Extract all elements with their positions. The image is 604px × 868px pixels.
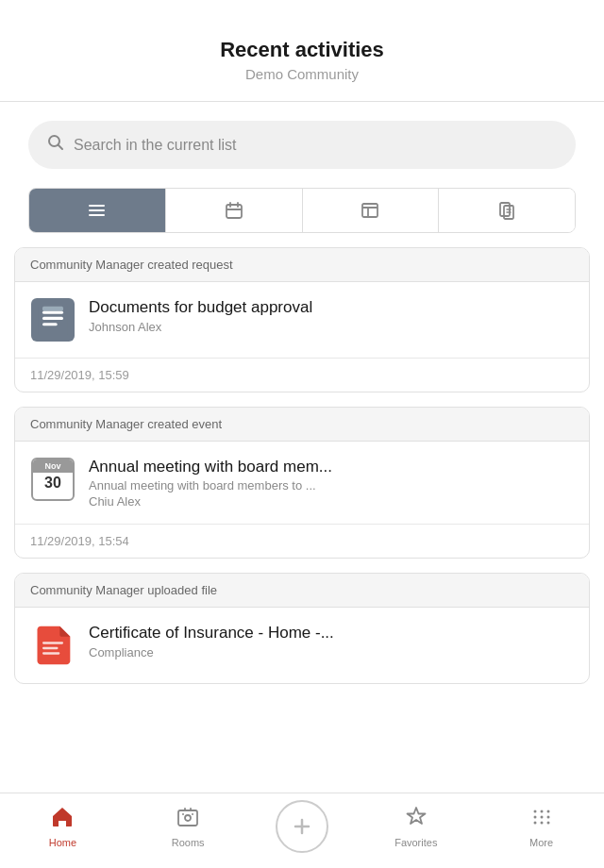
event-day: 30 [44,473,61,493]
tab-calendar[interactable] [166,189,303,232]
svg-rect-13 [42,307,63,311]
search-placeholder: Search in the current list [74,137,237,154]
svg-point-19 [182,813,184,815]
activity-info: Documents for budget approval Johnson Al… [89,297,574,334]
search-icon [47,134,64,156]
page-header: Recent activities Demo Community [0,0,604,102]
svg-point-4 [89,214,91,216]
nav-add-button[interactable] [276,800,328,853]
nav-item-favorites[interactable]: Favorites [378,805,454,848]
event-month: Nov [33,459,73,473]
svg-rect-15 [42,647,59,649]
activity-card[interactable]: Community Manager created event Nov 30 A… [14,407,590,559]
nav-item-more[interactable]: More [504,805,579,848]
svg-line-1 [59,145,63,150]
page-subtitle: Demo Community [19,66,585,82]
activity-card[interactable]: Community Manager created request Docume… [14,247,590,392]
svg-point-25 [540,815,543,818]
tab-board[interactable] [303,189,440,232]
activity-info: Annual meeting with board mem... Annual … [89,457,574,509]
activity-card-body: Documents for budget approval Johnson Al… [15,282,589,358]
activity-title: Certificate of Insurance - Home -... [89,623,574,643]
activity-card-header: Community Manager created event [15,408,589,442]
view-tabs [28,188,576,233]
nav-item-rooms[interactable]: Rooms [150,805,226,848]
tab-files[interactable] [439,189,575,232]
activity-description: Compliance [89,645,574,659]
activity-card-header: Community Manager created request [15,248,589,282]
nav-label-more: More [529,837,553,848]
svg-point-2 [89,205,91,207]
svg-rect-16 [42,652,59,654]
activity-description: Annual meeting with board members to ... [89,478,574,492]
more-icon [529,805,554,833]
search-container: Search in the current list [0,102,604,188]
rooms-icon [176,805,200,833]
svg-point-28 [540,821,543,824]
activity-card[interactable]: Community Manager uploaded file Certific… [14,573,590,684]
svg-rect-14 [42,642,63,643]
svg-point-29 [546,821,549,824]
activity-timestamp: 11/29/2019, 15:59 [15,358,589,392]
svg-point-23 [546,810,549,812]
search-bar[interactable]: Search in the current list [28,121,576,169]
svg-rect-12 [42,323,58,326]
svg-rect-11 [42,317,63,320]
svg-point-22 [540,810,543,812]
svg-point-20 [192,813,193,815]
activity-author: Chiu Alex [89,494,574,509]
svg-rect-6 [362,204,378,217]
activity-icon-file [30,623,76,668]
svg-point-21 [533,810,536,812]
favorites-icon [404,805,428,833]
svg-point-27 [533,821,536,824]
activity-title: Documents for budget approval [89,297,574,318]
activity-card-body: Nov 30 Annual meeting with board mem... … [15,442,589,524]
tab-list[interactable] [29,189,166,232]
activity-card-header: Community Manager uploaded file [15,574,589,608]
activity-title: Annual meeting with board mem... [89,457,574,477]
svg-point-24 [533,815,536,818]
bottom-nav: Home Rooms Favorites [0,793,604,868]
svg-point-26 [546,815,549,818]
nav-label-home: Home [49,837,76,848]
nav-label-favorites: Favorites [394,837,437,848]
svg-rect-17 [178,810,197,826]
activity-list: Community Manager created request Docume… [0,247,604,793]
svg-point-3 [89,209,91,211]
svg-rect-10 [42,311,63,314]
svg-rect-5 [226,205,242,218]
svg-point-18 [185,815,191,821]
activity-card-body: Certificate of Insurance - Home -... Com… [15,608,589,683]
home-icon [50,805,75,833]
activity-icon-event: Nov 30 [30,457,76,502]
activity-author: Johnson Alex [89,320,574,334]
activity-info: Certificate of Insurance - Home -... Com… [89,623,574,659]
page-title: Recent activities [19,38,585,62]
activity-icon-document [30,297,76,342]
nav-item-home[interactable]: Home [25,805,100,848]
nav-label-rooms: Rooms [172,837,205,848]
activity-timestamp: 11/29/2019, 15:54 [15,524,589,558]
